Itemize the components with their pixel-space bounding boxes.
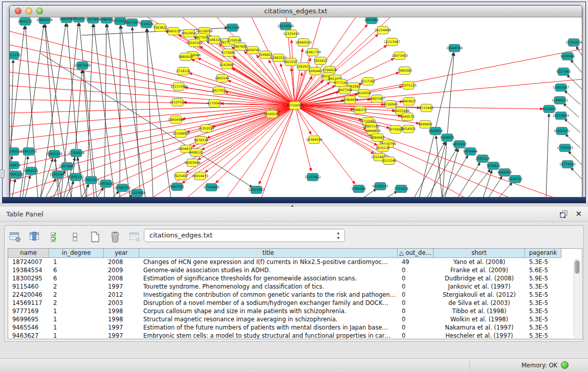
scrollbar-thumb[interactable] — [575, 260, 579, 274]
table-cell[interactable]: de Silva et al. (2003) — [433, 299, 525, 307]
table-row[interactable]: 969969511998Structural magnetic resonanc… — [8, 315, 582, 323]
column-header-year[interactable]: year — [104, 249, 139, 258]
column-header-out_de[interactable]: △ out_de… — [398, 249, 433, 258]
table-cell[interactable]: Stergiakouli et al. (2012) — [433, 291, 525, 299]
table-cell[interactable]: 0 — [398, 315, 433, 323]
graph-edge[interactable] — [483, 170, 492, 198]
table-row[interactable]: 977716911998Corpus callosum shape and si… — [8, 307, 582, 315]
select-all-icon[interactable] — [49, 230, 62, 244]
table-cell[interactable]: 5.3E-5 — [525, 323, 561, 332]
graph-edge[interactable] — [104, 24, 106, 198]
graph-edge[interactable] — [295, 49, 302, 105]
table-row[interactable]: 2242004622012Investigating the contribut… — [8, 291, 582, 299]
table-cell[interactable]: 9463627 — [8, 332, 49, 339]
table-cell[interactable]: 5.9E-5 — [525, 274, 561, 282]
graph-edge[interactable] — [295, 105, 562, 198]
table-cell[interactable]: Jankovic et al. (1997) — [433, 282, 525, 291]
table-cell[interactable]: Wolkin et al. (1998) — [433, 315, 525, 323]
show-column-icon[interactable] — [29, 230, 42, 244]
float-window-icon[interactable] — [559, 210, 568, 218]
graph-edge[interactable] — [40, 159, 53, 198]
table-row[interactable]: 1456911722003Disruption of a novel membe… — [8, 299, 582, 307]
graph-edge[interactable] — [10, 30, 295, 105]
window-titlebar[interactable]: citations_edges.txt — [10, 6, 582, 17]
table-row[interactable]: 1938455462009Genome-wide association stu… — [8, 266, 582, 274]
table-cell[interactable]: Tourette syndrome. Phenomenology and cla… — [139, 282, 398, 291]
graph-edge[interactable] — [46, 179, 56, 198]
graph-edge[interactable] — [12, 179, 15, 198]
table-cell[interactable]: 14569117 — [8, 299, 49, 307]
graph-edge[interactable] — [571, 167, 582, 180]
table-selector-dropdown[interactable]: citations_edges.txt ▲▼ — [144, 229, 345, 242]
table-cell[interactable]: Disruption of a novel member of a sodium… — [139, 299, 398, 307]
graph-edge[interactable] — [146, 29, 153, 198]
table-cell[interactable]: 19384554 — [8, 266, 49, 274]
table-cell[interactable]: 9465546 — [8, 323, 49, 332]
table-cell[interactable]: Franke et al. (2009) — [433, 266, 525, 274]
table-cell[interactable]: Embryonic stem cells: a model to study s… — [139, 332, 398, 339]
table-cell[interactable]: 9115460 — [8, 282, 49, 291]
table-cell[interactable]: Hescheler et al. (1997) — [433, 332, 525, 339]
column-header-name[interactable]: name — [8, 249, 49, 258]
table-cell[interactable]: 0 — [398, 307, 433, 315]
table-cell[interactable]: 0 — [398, 332, 433, 339]
table-cell[interactable]: 9777169 — [8, 307, 49, 315]
graph-edge[interactable] — [564, 91, 580, 104]
table-cell[interactable]: 5.5E-5 — [525, 291, 561, 299]
graph-edge[interactable] — [10, 105, 295, 113]
table-cell[interactable]: Genome-wide association studies in ADHD. — [139, 266, 398, 274]
graph-edge[interactable] — [546, 114, 549, 198]
table-cell[interactable]: 1998 — [104, 315, 139, 323]
table-cell[interactable]: 5.3E-5 — [525, 258, 561, 266]
table-cell[interactable]: 0 — [398, 299, 433, 307]
table-row[interactable]: 1872400712008Changes of HCN gene express… — [8, 258, 582, 266]
table-cell[interactable]: 5.3E-5 — [525, 282, 561, 291]
unselect-all-icon[interactable] — [69, 230, 82, 244]
table-cell[interactable]: 2009 — [104, 266, 139, 274]
graph-edge[interactable] — [430, 142, 446, 198]
memory-ok-icon[interactable] — [561, 361, 569, 369]
table-cell[interactable]: Estimation of significance thresholds fo… — [139, 274, 398, 282]
table-cell[interactable]: Dudbridge et al. (2008) — [433, 274, 525, 282]
table-cell[interactable]: Yano et al. (2008) — [433, 258, 525, 266]
table-cell[interactable]: 18300295 — [8, 274, 49, 282]
table-cell[interactable]: 0 — [398, 266, 433, 274]
column-header-in_degree[interactable]: in_degree — [49, 249, 104, 258]
network-view-window[interactable]: citations_edges.txt 24055722069140620635… — [9, 5, 582, 198]
table-cell[interactable]: 5.3E-5 — [525, 332, 561, 339]
table-cell[interactable]: 18724007 — [8, 258, 49, 266]
graph-edge[interactable] — [571, 60, 582, 74]
column-header-short[interactable]: short — [433, 249, 525, 258]
table-cell[interactable]: 5.3E-5 — [525, 315, 561, 323]
table-settings-icon[interactable] — [9, 230, 22, 244]
graph-edge[interactable] — [120, 26, 120, 198]
table-cell[interactable]: 2 — [49, 291, 104, 299]
table-cell[interactable]: 5.3E-5 — [525, 307, 561, 315]
dropdown-stepper-icon[interactable]: ▲▼ — [335, 230, 341, 240]
table-cell[interactable]: Changes of HCN gene expression and I(f) … — [139, 258, 398, 266]
table-cell[interactable]: 5.3E-5 — [525, 299, 561, 307]
table-cell[interactable]: 1998 — [104, 307, 139, 315]
table-cell[interactable]: 22420046 — [8, 291, 49, 299]
graph-edge[interactable] — [67, 24, 81, 198]
delete-icon[interactable] — [108, 230, 122, 244]
table-cell[interactable]: 5.6E-5 — [525, 266, 561, 274]
graph-edge[interactable] — [292, 40, 295, 105]
table-cell[interactable]: 6 — [49, 274, 104, 282]
graph-edge[interactable] — [25, 176, 30, 198]
panel-divider[interactable]: ▴ — [0, 203, 588, 207]
graph-edge[interactable] — [488, 177, 502, 198]
table-cell[interactable]: 0 — [398, 282, 433, 291]
table-row[interactable]: 946554611997Estimation of the future num… — [8, 323, 582, 332]
table-row[interactable]: 911546021997Tourette syndrome. Phenomeno… — [8, 282, 582, 291]
table-cell[interactable]: 9699695 — [8, 315, 49, 323]
table-cell[interactable]: 2008 — [104, 274, 139, 282]
side-panel-handle[interactable] — [0, 169, 5, 178]
network-canvas[interactable]: 2405572206914062063550106532571527602646… — [10, 17, 582, 198]
graph-edge[interactable] — [61, 23, 78, 198]
network-graph[interactable]: 2405572206914062063550106532571527602646… — [10, 17, 582, 198]
table-cell[interactable]: 1 — [49, 332, 104, 339]
table-cell[interactable]: 2003 — [104, 299, 139, 307]
table-cell[interactable]: Structural magnetic resonance image aver… — [139, 315, 398, 323]
table-row[interactable]: 946362711997Embryonic stem cells: a mode… — [8, 332, 582, 339]
